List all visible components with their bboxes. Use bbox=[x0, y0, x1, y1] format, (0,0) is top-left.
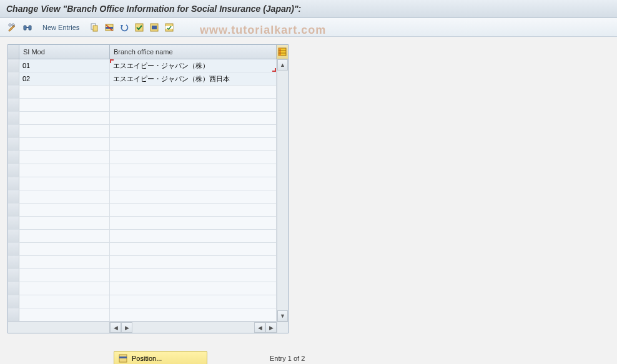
row-selector[interactable] bbox=[8, 217, 19, 229]
table-row: 02エスエイピー・ジャパン（株）西日本 bbox=[8, 72, 277, 86]
select-all-button[interactable] bbox=[133, 21, 146, 34]
select-block-icon bbox=[149, 22, 159, 32]
row-selector[interactable] bbox=[8, 243, 19, 255]
position-button[interactable]: Position... bbox=[114, 351, 207, 364]
triangle-left-icon: ◀ bbox=[114, 325, 118, 331]
cell-simod[interactable] bbox=[19, 256, 110, 268]
cell-branch[interactable]: エスエイピー・ジャパン（株）西日本 bbox=[110, 72, 277, 85]
cell-branch[interactable] bbox=[110, 138, 277, 150]
row-selector[interactable] bbox=[8, 256, 19, 268]
cell-simod[interactable] bbox=[19, 151, 110, 164]
table-row bbox=[8, 86, 277, 99]
vscroll-track[interactable] bbox=[277, 71, 288, 310]
horizontal-scrollbar-row: ◀ ▶ ◀ ▶ bbox=[8, 322, 288, 333]
cell-simod[interactable] bbox=[19, 204, 110, 216]
cell-branch[interactable] bbox=[110, 243, 277, 255]
cell-branch[interactable] bbox=[110, 256, 277, 268]
row-selector[interactable] bbox=[8, 99, 19, 111]
row-selector[interactable] bbox=[8, 86, 19, 98]
cell-branch[interactable] bbox=[110, 125, 277, 137]
cell-branch[interactable] bbox=[110, 112, 277, 124]
table-row bbox=[8, 295, 277, 308]
cell-branch[interactable] bbox=[110, 151, 277, 164]
cell-branch[interactable] bbox=[110, 230, 277, 242]
row-selector[interactable] bbox=[8, 269, 19, 282]
cell-simod[interactable] bbox=[19, 125, 110, 137]
table-row bbox=[8, 112, 277, 125]
horizontal-scrollbar[interactable]: ◀ ▶ ◀ ▶ bbox=[110, 322, 277, 333]
delete-button[interactable] bbox=[103, 21, 116, 34]
svg-rect-4 bbox=[26, 27, 29, 28]
cell-branch[interactable] bbox=[110, 269, 277, 282]
scroll-down-button[interactable]: ▼ bbox=[277, 310, 288, 322]
cell-simod[interactable] bbox=[19, 138, 110, 150]
copy-as-button[interactable] bbox=[88, 21, 101, 34]
table-row bbox=[8, 282, 277, 295]
row-selector[interactable] bbox=[8, 125, 19, 137]
row-selector[interactable] bbox=[8, 295, 19, 308]
row-selector[interactable] bbox=[8, 72, 19, 85]
cell-branch[interactable] bbox=[110, 217, 277, 229]
header-selector-cell[interactable] bbox=[8, 45, 19, 59]
undo-button[interactable] bbox=[118, 21, 131, 34]
row-selector[interactable] bbox=[8, 190, 19, 203]
row-selector[interactable] bbox=[8, 138, 19, 150]
scroll-left2-button[interactable]: ▶ bbox=[121, 322, 132, 333]
cell-branch[interactable]: エスエイピー・ジャパン（株） bbox=[110, 59, 277, 72]
scroll-up-button[interactable]: ▲ bbox=[277, 59, 288, 71]
select-block-button[interactable] bbox=[148, 21, 160, 34]
row-selector[interactable] bbox=[8, 177, 19, 190]
cell-simod[interactable] bbox=[19, 190, 110, 203]
cell-simod[interactable] bbox=[19, 295, 110, 308]
vertical-scrollbar[interactable]: ▲ ▼ bbox=[277, 59, 288, 322]
cell-branch[interactable] bbox=[110, 177, 277, 190]
row-selector[interactable] bbox=[8, 230, 19, 242]
cell-branch[interactable] bbox=[110, 190, 277, 203]
cell-simod[interactable] bbox=[19, 243, 110, 255]
row-selector[interactable] bbox=[8, 59, 19, 72]
column-header-branch[interactable]: Branch office name bbox=[110, 45, 277, 59]
toggle-display-change-button[interactable] bbox=[6, 21, 19, 34]
other-view-button[interactable] bbox=[21, 21, 34, 34]
cell-branch[interactable] bbox=[110, 282, 277, 295]
row-selector[interactable] bbox=[8, 204, 19, 216]
cell-simod[interactable]: 01 bbox=[19, 59, 110, 72]
scroll-right-button[interactable]: ▶ bbox=[265, 322, 277, 333]
column-header-simod[interactable]: SI Mod bbox=[19, 45, 110, 59]
cell-branch[interactable] bbox=[110, 295, 277, 308]
hscroll-track[interactable] bbox=[132, 322, 254, 333]
cell-simod[interactable] bbox=[19, 86, 110, 98]
table-row bbox=[8, 269, 277, 282]
row-selector[interactable] bbox=[8, 151, 19, 164]
table-row bbox=[8, 230, 277, 243]
cell-branch[interactable] bbox=[110, 86, 277, 98]
cell-simod[interactable] bbox=[19, 308, 110, 321]
row-selector[interactable] bbox=[8, 112, 19, 124]
row-selector[interactable] bbox=[8, 282, 19, 295]
deselect-all-button[interactable] bbox=[163, 21, 175, 34]
svg-rect-16 bbox=[279, 48, 281, 56]
scroll-left-button[interactable]: ◀ bbox=[110, 322, 121, 333]
cell-simod[interactable] bbox=[19, 112, 110, 124]
table-row: 01エスエイピー・ジャパン（株） bbox=[8, 59, 277, 72]
cell-simod[interactable]: 02 bbox=[19, 72, 110, 85]
row-selector[interactable] bbox=[8, 164, 19, 177]
cell-branch[interactable] bbox=[110, 164, 277, 177]
cell-simod[interactable] bbox=[19, 177, 110, 190]
scroll-right2-button[interactable]: ◀ bbox=[254, 322, 265, 333]
cell-simod[interactable] bbox=[19, 269, 110, 282]
triangle-left-icon: ◀ bbox=[258, 325, 262, 331]
new-entries-button[interactable]: New Entries bbox=[39, 22, 83, 32]
table-row bbox=[8, 125, 277, 138]
cell-simod[interactable] bbox=[19, 217, 110, 229]
undo-icon bbox=[119, 22, 129, 32]
cell-simod[interactable] bbox=[19, 164, 110, 177]
cell-simod[interactable] bbox=[19, 282, 110, 295]
cell-simod[interactable] bbox=[19, 230, 110, 242]
cell-branch[interactable] bbox=[110, 204, 277, 216]
row-selector[interactable] bbox=[8, 308, 19, 321]
cell-branch[interactable] bbox=[110, 308, 277, 321]
cell-simod[interactable] bbox=[19, 99, 110, 111]
table-config-button[interactable] bbox=[277, 45, 288, 59]
cell-branch[interactable] bbox=[110, 99, 277, 111]
